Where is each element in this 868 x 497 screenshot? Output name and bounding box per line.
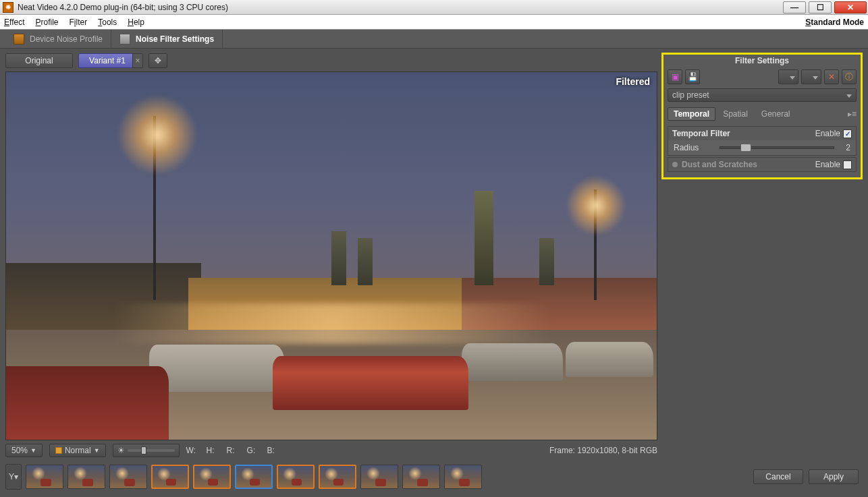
width-readout: W:: [186, 446, 200, 455]
filter-toolbar: ▣ 💾 ✕ ⓘ: [663, 68, 861, 86]
tab-label: Noise Filter Settings: [136, 34, 214, 44]
radius-value: 2: [840, 143, 850, 152]
filter-settings-panel: Filter Settings ▣ 💾 ✕ ⓘ clip preset Temp…: [661, 53, 863, 179]
r-readout: R:: [227, 446, 240, 455]
filter-icon: [119, 34, 130, 45]
thumbnail[interactable]: [67, 465, 105, 489]
preview-info-bar: 50%▼ Normal▼ ☀ W: H: R: G: B: Frame: 192…: [5, 443, 657, 458]
variant-button[interactable]: Variant #1: [78, 53, 136, 68]
tab-label: Device Noise Profile: [30, 34, 103, 44]
normal-icon: [55, 447, 62, 454]
dust-enable-checkbox[interactable]: ✓: [843, 160, 852, 169]
tab-noise-filter-settings[interactable]: Noise Filter Settings: [111, 30, 223, 48]
channel-selector[interactable]: Y▾: [5, 464, 22, 490]
app-icon: ✺: [3, 2, 13, 13]
brightness-control[interactable]: ☀: [113, 444, 180, 457]
frame-info: Frame: 1920x1080, 8-bit RGB: [549, 446, 657, 455]
redo-dropdown[interactable]: [801, 69, 821, 84]
section-title: Temporal Filter: [672, 129, 730, 138]
thumbnail[interactable]: [360, 465, 398, 489]
thumbnail[interactable]: [109, 465, 147, 489]
thumbnail-current[interactable]: [235, 465, 273, 489]
menu-tools[interactable]: Tools: [98, 18, 117, 27]
radius-row: Radius 2: [668, 140, 856, 155]
dust-scratches-header: Dust and Scratches Enable ✓: [668, 158, 856, 171]
preset-dropdown[interactable]: clip preset: [668, 88, 857, 102]
thumbnail[interactable]: [151, 465, 189, 489]
dialog-buttons: Cancel Apply: [661, 462, 863, 492]
window-controls: — ☐ ✕: [782, 1, 868, 13]
original-button[interactable]: Original: [5, 53, 73, 68]
add-variant-button[interactable]: ✥: [148, 53, 167, 68]
open-preset-icon[interactable]: ▣: [668, 69, 682, 84]
view-mode-dropdown[interactable]: Normal▼: [49, 444, 106, 457]
save-preset-icon[interactable]: 💾: [685, 69, 700, 84]
reset-button[interactable]: ✕: [824, 69, 839, 84]
menu-bar: Effect Profile Filter Tools Help Standar…: [0, 15, 868, 30]
preview-toolbar: Original Variant #1 × ✥: [5, 53, 657, 69]
thumbnail[interactable]: [26, 465, 63, 489]
height-readout: H:: [207, 446, 220, 455]
content-area: Original Variant #1 × ✥: [0, 49, 868, 497]
thumbnail[interactable]: [319, 465, 356, 489]
mode-indicator[interactable]: Standard Mode: [805, 18, 864, 27]
b-readout: B:: [267, 446, 281, 455]
maximize-button[interactable]: ☐: [809, 1, 832, 13]
window-titlebar: ✺ Neat Video 4.2.0 Demo plug-in (64-bit;…: [0, 0, 868, 15]
temporal-filter-header: Temporal Filter Enable ✓: [668, 127, 856, 140]
profile-icon: [13, 34, 24, 45]
subtab-spatial[interactable]: Spatial: [717, 107, 754, 121]
side-panel: Filter Settings ▣ 💾 ✕ ⓘ clip preset Temp…: [661, 53, 863, 492]
window-title: Neat Video 4.2.0 Demo plug-in (64-bit; u…: [18, 3, 228, 12]
subtab-general[interactable]: General: [755, 107, 796, 121]
menu-profile[interactable]: Profile: [35, 18, 58, 27]
temporal-filter-section: Temporal Filter Enable ✓ Radius 2: [668, 126, 857, 156]
collapsed-icon[interactable]: [672, 162, 678, 167]
dust-scratches-section: Dust and Scratches Enable ✓: [668, 157, 857, 172]
radius-slider[interactable]: [720, 146, 834, 149]
menu-filter[interactable]: Filter: [70, 18, 88, 27]
preview-column: Original Variant #1 × ✥: [5, 53, 657, 492]
preview-viewport[interactable]: Filtered: [5, 71, 657, 440]
timeline-thumbnails: Y▾: [5, 462, 657, 492]
filter-subtabs: Temporal Spatial General ▸≡: [663, 105, 861, 125]
info-button[interactable]: ⓘ: [842, 69, 857, 84]
cancel-button[interactable]: Cancel: [753, 469, 803, 484]
minimize-button[interactable]: —: [783, 1, 806, 13]
close-button[interactable]: ✕: [834, 1, 867, 13]
radius-label: Radius: [674, 143, 714, 152]
tab-device-noise-profile[interactable]: Device Noise Profile: [5, 30, 111, 48]
filtered-label: Filtered: [616, 76, 650, 87]
thumbnail[interactable]: [277, 465, 315, 489]
main-row: Original Variant #1 × ✥: [5, 53, 863, 492]
g-readout: G:: [247, 446, 261, 455]
thumbnail[interactable]: [402, 465, 440, 489]
menu-help[interactable]: Help: [128, 18, 144, 27]
temporal-enable-checkbox[interactable]: ✓: [843, 129, 852, 138]
undo-dropdown[interactable]: [778, 69, 798, 84]
expand-icon[interactable]: ▸≡: [848, 109, 857, 119]
variant-close-button[interactable]: ×: [132, 53, 143, 68]
enable-label: Enable: [815, 129, 840, 138]
thumbnail[interactable]: [444, 465, 482, 489]
apply-button[interactable]: Apply: [809, 469, 859, 484]
section-title: Dust and Scratches: [682, 160, 757, 169]
menu-effect[interactable]: Effect: [4, 18, 24, 27]
enable-label: Enable: [815, 160, 840, 169]
subtab-temporal[interactable]: Temporal: [668, 107, 715, 121]
main-tabs: Device Noise Profile Noise Filter Settin…: [0, 30, 868, 49]
preset-label: clip preset: [672, 90, 709, 100]
zoom-dropdown[interactable]: 50%▼: [5, 444, 43, 457]
filter-settings-title: Filter Settings: [663, 55, 861, 68]
thumbnail[interactable]: [193, 465, 231, 489]
